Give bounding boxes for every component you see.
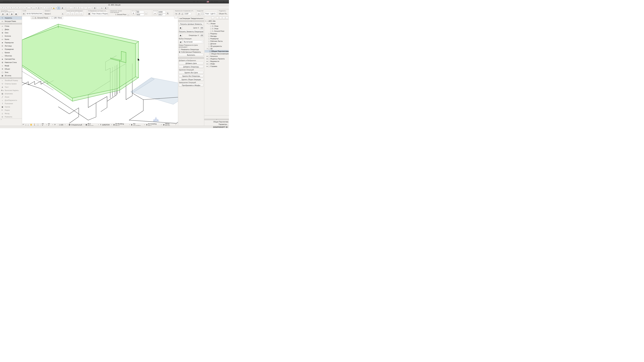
redo-button[interactable]: ↷ <box>4 6 8 9</box>
story-link-icon[interactable]: ○ <box>127 13 130 16</box>
delete-targets-button[interactable]: Удалить Все Цели <box>179 71 204 74</box>
toolbox-group-design[interactable]: ▾ <box>0 23 22 24</box>
nav-item[interactable]: ▶▢Ведомости <box>204 60 228 62</box>
nav-item[interactable]: ▢Развертки <box>204 37 228 40</box>
tool-dimension[interactable]: ↔Линейный Размер <box>0 79 22 82</box>
fit-icon[interactable]: ⛶ <box>37 124 39 126</box>
menu-design[interactable]: Конструирование <box>36 1 50 3</box>
nav-dup-button[interactable] <box>223 116 225 118</box>
tool-wall[interactable]: ▱Стена <box>0 24 22 28</box>
nav-item[interactable]: ▼▢Этажи <box>204 22 228 25</box>
convert-morph-button[interactable]: Преобразовать в Морфы <box>179 84 204 87</box>
ungroup-button[interactable]: ✕ <box>64 6 68 9</box>
nav-layout-book-button[interactable] <box>222 17 225 19</box>
nav-item[interactable]: ▶▢Каталоги <box>204 55 228 57</box>
arc-button[interactable]: ⌒ <box>84 6 87 9</box>
overrides-readout[interactable]: ◐ No Overrides <box>131 123 142 126</box>
plan-set[interactable]: ▤ 03 Building Plans <box>113 123 128 126</box>
tool-curtainwall[interactable]: ⊞Навесная Стена <box>0 61 22 64</box>
siri-icon[interactable]: ◐ <box>223 1 225 3</box>
mirror-h-button[interactable]: ⇵ <box>178 12 180 15</box>
menu-options[interactable]: Параметры <box>62 1 71 3</box>
tab-ground-floor[interactable]: [1. Ground Floor] <box>31 16 49 19</box>
tool-skylight[interactable]: ◈Световой Люк <box>0 57 22 61</box>
geom-var-4-button[interactable]: ◌ <box>80 12 83 16</box>
tool-drawing[interactable]: ▣Чертеж <box>0 105 22 109</box>
add-targets-button[interactable]: Добавить Цели <box>179 62 204 65</box>
nav-item[interactable]: ▢3. Этаж <box>204 25 228 27</box>
suspend-button[interactable]: ▣ <box>61 6 64 9</box>
home-button[interactable]: ⌂ <box>88 6 91 9</box>
nav-item[interactable]: ▼▢ARC-3ds <box>204 20 228 22</box>
existing-plan[interactable]: ⊞ 01 Existing Plan <box>146 123 160 126</box>
tool-beam[interactable]: ▭Балка <box>0 38 22 41</box>
nav-item[interactable]: ▶▢Индексы Проекта <box>204 57 228 60</box>
menu-view[interactable]: Вид <box>30 1 34 3</box>
toolbox-more[interactable]: ▸ <box>0 118 22 120</box>
model-filter[interactable]: ▦ Вся Модель <box>86 123 96 126</box>
plane-button[interactable]: ⌐ <box>80 6 84 9</box>
tool-slab[interactable]: ▰Перекрытие <box>0 41 22 44</box>
get-operators-button[interactable]: Получить Элементы Операторов <box>179 30 204 33</box>
menu-list-icon[interactable]: ≡ <box>226 1 228 3</box>
snap-mode-button[interactable]: ⟂ <box>27 6 30 9</box>
menu-document[interactable]: Документ <box>52 1 60 3</box>
nav-home-icon[interactable] <box>205 121 207 123</box>
nav-back-icon[interactable]: ↶ <box>23 124 24 126</box>
nav-settings-button[interactable] <box>211 17 214 19</box>
menu-edit[interactable]: Редактор <box>21 1 28 3</box>
iso-button[interactable]: ◈ <box>100 6 104 9</box>
nav-collapse-bar[interactable]: ▾ <box>204 119 229 120</box>
nav-params-link[interactable]: Параметры... <box>205 123 228 125</box>
delete-common-button[interactable]: Удалить Общие Операции <box>179 78 204 81</box>
cursor-button[interactable]: ↗ <box>44 6 47 9</box>
selection-info-button[interactable]: ▤ <box>5 12 9 16</box>
tool-railing[interactable]: ≡Ограждение <box>0 48 22 51</box>
marquee-button[interactable]: ▢ <box>47 6 50 9</box>
clock[interactable]: Чт 19:03 <box>211 1 218 3</box>
lock-button[interactable]: 🔒 <box>52 6 55 9</box>
nav-item[interactable]: ▢Фасады <box>204 35 228 37</box>
nav-item[interactable]: ▶▢Справка <box>204 65 228 67</box>
tool-morph[interactable]: ◊Морф <box>0 64 22 67</box>
tool-zone[interactable]: ▢Зона <box>0 71 22 74</box>
selection-view-button[interactable]: ▦ <box>14 12 18 16</box>
tool-elevation[interactable]: ⊥Фасад <box>0 112 22 115</box>
nav-view-map-button[interactable] <box>219 17 222 19</box>
targets-clear-button[interactable]: ⌫ <box>200 26 204 29</box>
tool-pointer[interactable]: ↖Указатель <box>0 16 22 20</box>
nav-item[interactable]: ▢2. Этаж <box>204 27 228 30</box>
inject2-button[interactable]: ✎ <box>17 6 20 9</box>
nav-item[interactable]: ▢Общая Аксонометрия <box>204 52 228 55</box>
app-name[interactable]: ARCHICAD <box>3 1 12 3</box>
3d-mode-button[interactable]: ▣ <box>104 6 107 9</box>
tab-3d-all[interactable]: [3D / Все] <box>50 16 63 19</box>
inject-button[interactable]: ✐ <box>14 6 17 9</box>
size-a-input[interactable]: 10098 <box>158 11 166 13</box>
refresh-button[interactable]: ⟳ <box>73 6 76 9</box>
tool-interior-elev[interactable]: ⊏Развертка <box>0 115 22 118</box>
rotate-icon[interactable]: ∠ <box>181 12 184 15</box>
tool-text[interactable]: AТекст <box>0 85 22 89</box>
panel-collapse-bar[interactable]: ▾ <box>178 20 204 22</box>
render-mode[interactable]: ◑ White Model <box>163 123 174 126</box>
nav-item[interactable]: ▢3D-документы <box>204 45 228 47</box>
nav-publisher-button[interactable] <box>226 17 228 19</box>
undo-button[interactable]: ↶ <box>1 6 4 9</box>
trace-button[interactable]: 〰 <box>97 6 100 9</box>
tool-level[interactable]: ▽Отметка Уровня <box>0 82 22 85</box>
element-chevron-icon[interactable]: ▸ <box>62 12 64 15</box>
menu-window[interactable]: Окно <box>83 1 88 3</box>
nav-del-button[interactable] <box>226 116 228 118</box>
wifi-icon[interactable]: ⌔ <box>204 1 205 3</box>
tool-label[interactable]: A↘Выносная Надпись <box>0 89 22 92</box>
zoom-icon[interactable]: ⌕ <box>28 124 29 126</box>
tool-marquee[interactable]: ▭Бегущая Рамка <box>0 20 22 23</box>
tool-arc[interactable]: ○Дуга/Окружность <box>0 99 22 102</box>
geom-var-3-button[interactable]: ◌ <box>75 12 79 16</box>
tool-polyline[interactable]: ⌇Полилиния <box>0 102 22 105</box>
bottom-input[interactable]: 800 <box>136 11 144 13</box>
record-icon[interactable]: ◉ <box>193 1 195 3</box>
navigator-tree[interactable]: ▼▢ARC-3ds▼▢Этажи▢3. Этаж▢2. Этаж▢1. Grou… <box>204 19 229 115</box>
operation-selector[interactable]: Вычитание▾ <box>183 40 204 43</box>
